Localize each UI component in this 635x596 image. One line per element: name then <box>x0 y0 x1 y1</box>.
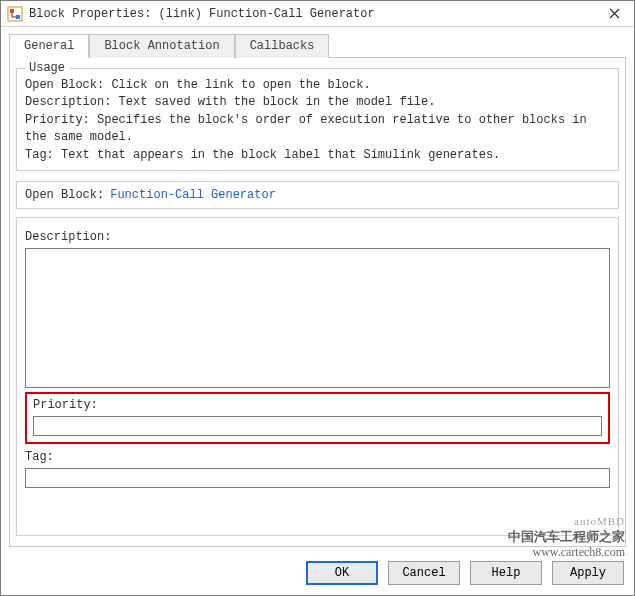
tab-panel-general: Usage Open Block: Click on the link to o… <box>9 57 626 547</box>
priority-label: Priority: <box>33 398 602 412</box>
ok-button[interactable]: OK <box>306 561 378 585</box>
apply-button[interactable]: Apply <box>552 561 624 585</box>
usage-text: Open Block: Click on the link to open th… <box>25 77 610 164</box>
tab-callbacks[interactable]: Callbacks <box>235 34 330 58</box>
app-icon <box>7 6 23 22</box>
dialog-buttons: OK Cancel Help Apply <box>1 555 634 595</box>
titlebar: Block Properties: (link) Function-Call G… <box>1 1 634 27</box>
close-button[interactable] <box>594 1 634 27</box>
tag-input[interactable] <box>25 468 610 488</box>
description-label: Description: <box>25 230 610 244</box>
priority-highlight: Priority: <box>25 392 610 444</box>
fields-panel: Description: Priority: Tag: <box>16 217 619 536</box>
dialog-window: Block Properties: (link) Function-Call G… <box>0 0 635 596</box>
open-block-panel: Open Block: Function-Call Generator <box>16 181 619 209</box>
tabs-bar: General Block Annotation Callbacks <box>1 27 634 57</box>
window-title: Block Properties: (link) Function-Call G… <box>29 7 594 21</box>
svg-rect-1 <box>10 9 14 13</box>
cancel-button[interactable]: Cancel <box>388 561 460 585</box>
usage-group: Usage Open Block: Click on the link to o… <box>16 68 619 171</box>
help-button[interactable]: Help <box>470 561 542 585</box>
open-block-link[interactable]: Function-Call Generator <box>110 188 276 202</box>
tab-block-annotation[interactable]: Block Annotation <box>89 34 234 58</box>
close-icon <box>609 8 620 19</box>
svg-rect-2 <box>16 15 20 19</box>
open-block-label: Open Block: <box>25 188 104 202</box>
usage-legend: Usage <box>25 61 69 75</box>
tag-label: Tag: <box>25 450 610 464</box>
priority-input[interactable] <box>33 416 602 436</box>
tab-general[interactable]: General <box>9 34 89 58</box>
description-input[interactable] <box>25 248 610 388</box>
